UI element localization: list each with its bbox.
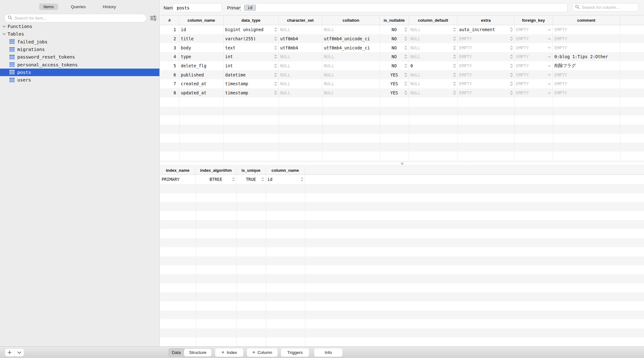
stepper-icon[interactable] bbox=[510, 54, 513, 59]
cell-empty[interactable] bbox=[620, 70, 644, 79]
stepper-icon[interactable] bbox=[404, 64, 407, 68]
tab-structure[interactable]: Structure bbox=[184, 349, 212, 356]
cell-foreign_key[interactable]: EMPTY→ bbox=[514, 25, 553, 34]
cell-num[interactable]: 6 bbox=[160, 70, 179, 79]
stepper-icon[interactable] bbox=[274, 36, 277, 41]
sidebar-search-input[interactable]: Search for item... bbox=[4, 14, 147, 22]
cell-data_type[interactable]: text bbox=[224, 43, 279, 52]
table-name-input[interactable]: posts bbox=[173, 3, 222, 12]
cell-column_default[interactable]: 0 bbox=[409, 61, 458, 70]
cell-comment[interactable]: 0:blog 1:Tips 2:Other bbox=[553, 52, 620, 61]
cell-num[interactable]: 1 bbox=[160, 25, 179, 34]
cell-foreign_key[interactable]: EMPTY→ bbox=[514, 88, 553, 98]
stepper-icon[interactable] bbox=[301, 177, 303, 182]
cell-comment[interactable]: EMPTY bbox=[553, 70, 620, 79]
cell-num[interactable]: 4 bbox=[160, 52, 179, 61]
cell-comment[interactable]: EMPTY bbox=[553, 88, 620, 98]
stepper-icon[interactable] bbox=[453, 72, 456, 77]
cell-empty[interactable] bbox=[620, 79, 644, 88]
stepper-icon[interactable] bbox=[453, 54, 456, 59]
cell-comment[interactable]: EMPTY bbox=[553, 79, 620, 88]
info-button[interactable]: Info bbox=[314, 348, 342, 357]
cell-index_algorithm[interactable]: BTREE bbox=[196, 175, 236, 184]
stepper-icon[interactable] bbox=[404, 81, 407, 86]
sidebar-item-posts[interactable]: posts bbox=[0, 69, 159, 76]
stepper-icon[interactable] bbox=[274, 64, 277, 68]
cell-is_nullable[interactable]: NO bbox=[380, 43, 409, 52]
cell-collation[interactable]: utf8mb4_unicode_ci bbox=[322, 43, 380, 52]
cell-column_default[interactable]: NULL bbox=[409, 70, 458, 79]
foreign-key-arrow-icon[interactable]: → bbox=[547, 72, 551, 77]
cell-extra[interactable]: EMPTY bbox=[458, 70, 514, 79]
stepper-icon[interactable] bbox=[510, 64, 513, 68]
cell-character_set[interactable]: NULL bbox=[279, 52, 322, 61]
cell-column_name[interactable]: id bbox=[179, 25, 224, 34]
cell-character_set[interactable]: NULL bbox=[279, 61, 322, 70]
stepper-icon[interactable] bbox=[510, 36, 513, 41]
cell-data_type[interactable]: varchar(255) bbox=[224, 34, 279, 43]
cell-empty[interactable] bbox=[620, 43, 644, 52]
primary-key-tag[interactable]: id bbox=[244, 5, 256, 11]
stepper-icon[interactable] bbox=[453, 64, 456, 68]
stepper-icon[interactable] bbox=[274, 45, 277, 50]
cell-index_name[interactable]: PRIMARY bbox=[160, 175, 196, 184]
add-index-button[interactable]: +Index bbox=[215, 348, 243, 357]
column-search-input[interactable]: Search for column... bbox=[572, 3, 639, 12]
cell-data_type[interactable]: datetime bbox=[224, 70, 279, 79]
tab-data[interactable]: Data bbox=[169, 349, 184, 356]
cell-empty[interactable] bbox=[620, 88, 644, 98]
foreign-key-arrow-icon[interactable]: → bbox=[547, 36, 551, 41]
cell-num[interactable]: 5 bbox=[160, 61, 179, 70]
cell-is_nullable[interactable]: NO bbox=[380, 25, 409, 34]
sidebar-item-password_reset_tokens[interactable]: password_reset_tokens bbox=[0, 53, 159, 61]
sidebar-item-users[interactable]: users bbox=[0, 76, 159, 84]
cell-data_type[interactable]: timestamp bbox=[224, 88, 279, 98]
stepper-icon[interactable] bbox=[274, 81, 277, 86]
cell-extra[interactable]: auto_increment bbox=[458, 25, 514, 34]
stepper-icon[interactable] bbox=[404, 27, 407, 32]
cell-column_default[interactable]: NULL bbox=[409, 79, 458, 88]
cell-data_type[interactable]: timestamp bbox=[224, 79, 279, 88]
stepper-icon[interactable] bbox=[274, 27, 277, 32]
foreign-key-arrow-icon[interactable]: → bbox=[547, 54, 551, 59]
cell-collation[interactable]: NULL bbox=[322, 52, 380, 61]
cell-character_set[interactable]: utf8mb4 bbox=[279, 34, 322, 43]
cell-extra[interactable]: EMPTY bbox=[458, 43, 514, 52]
cell-empty[interactable] bbox=[620, 61, 644, 70]
tab-items[interactable]: Items bbox=[39, 3, 58, 10]
add-item-button[interactable] bbox=[5, 349, 14, 356]
tab-history[interactable]: History bbox=[98, 3, 120, 10]
cell-column_name[interactable]: updated_at bbox=[179, 88, 224, 98]
foreign-key-arrow-icon[interactable]: → bbox=[547, 27, 551, 32]
cell-collation[interactable]: NULL bbox=[322, 61, 380, 70]
tab-queries[interactable]: Queries bbox=[66, 3, 90, 10]
cell-extra[interactable]: EMPTY bbox=[458, 79, 514, 88]
cell-is_nullable[interactable]: YES bbox=[380, 79, 409, 88]
stepper-icon[interactable] bbox=[274, 72, 277, 77]
chevron-down-icon[interactable] bbox=[3, 33, 6, 35]
cell-collation[interactable]: utf8mb4_unicode_ci bbox=[322, 34, 380, 43]
cell-foreign_key[interactable]: EMPTY→ bbox=[514, 61, 553, 70]
stepper-icon[interactable] bbox=[404, 91, 407, 95]
cell-is_unique[interactable]: TRUE bbox=[236, 175, 266, 184]
stepper-icon[interactable] bbox=[404, 36, 407, 41]
cell-data_type[interactable]: int bbox=[224, 61, 279, 70]
add-column-button[interactable]: +Column bbox=[247, 348, 278, 357]
cell-num[interactable]: 2 bbox=[160, 34, 179, 43]
stepper-icon[interactable] bbox=[274, 54, 277, 59]
sidebar-item-personal_access_tokens[interactable]: personal_access_tokens bbox=[0, 61, 159, 68]
cell-collation[interactable]: NULL bbox=[322, 70, 380, 79]
cell-data_type[interactable]: int bbox=[224, 52, 279, 61]
chevron-down-icon[interactable] bbox=[3, 25, 6, 28]
cell-column_name[interactable]: type bbox=[179, 52, 224, 61]
stepper-icon[interactable] bbox=[510, 45, 513, 50]
cell-is_nullable[interactable]: NO bbox=[380, 34, 409, 43]
foreign-key-arrow-icon[interactable]: → bbox=[547, 91, 551, 95]
cell-column_default[interactable]: NULL bbox=[409, 34, 458, 43]
cell-extra[interactable]: EMPTY bbox=[458, 34, 514, 43]
cell-is_nullable[interactable]: NO bbox=[380, 61, 409, 70]
cell-empty[interactable] bbox=[620, 25, 644, 34]
cell-collation[interactable]: NULL bbox=[322, 25, 380, 34]
cell-character_set[interactable]: NULL bbox=[279, 70, 322, 79]
cell-column_name[interactable]: id bbox=[266, 175, 305, 184]
